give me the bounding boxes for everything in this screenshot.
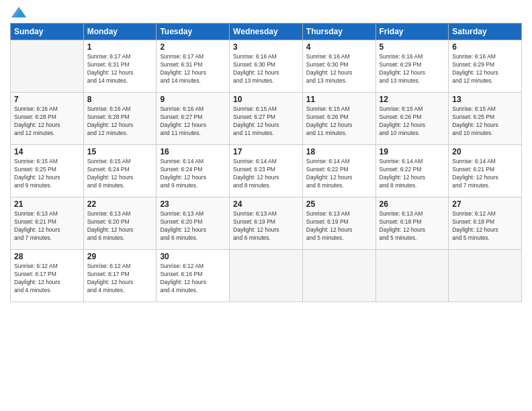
day-number: 8 <box>87 95 153 104</box>
col-tuesday: Tuesday <box>157 24 230 40</box>
calendar-cell: 21Sunrise: 6:13 AMSunset: 6:21 PMDayligh… <box>11 197 84 250</box>
col-sunday: Sunday <box>11 24 84 40</box>
logo-icon <box>11 7 26 17</box>
day-number: 5 <box>380 42 445 52</box>
calendar-cell: 9Sunrise: 6:16 AMSunset: 6:27 PMDaylight… <box>157 93 230 145</box>
calendar-cell: 15Sunrise: 6:15 AMSunset: 6:24 PMDayligh… <box>83 145 157 197</box>
day-info: Sunrise: 6:15 AMSunset: 6:24 PMDaylight:… <box>87 158 153 190</box>
calendar-cell: 19Sunrise: 6:14 AMSunset: 6:22 PMDayligh… <box>375 145 449 197</box>
calendar-cell: 18Sunrise: 6:14 AMSunset: 6:22 PMDayligh… <box>302 145 375 197</box>
calendar-cell: 30Sunrise: 6:12 AMSunset: 6:16 PMDayligh… <box>157 250 230 302</box>
day-number: 2 <box>160 42 226 52</box>
calendar-cell: 11Sunrise: 6:15 AMSunset: 6:26 PMDayligh… <box>302 93 375 145</box>
day-number: 7 <box>14 95 80 104</box>
calendar-table: Sunday Monday Tuesday Wednesday Thursday… <box>10 23 522 302</box>
day-number: 17 <box>233 147 299 156</box>
calendar-cell: 14Sunrise: 6:15 AMSunset: 6:25 PMDayligh… <box>11 145 84 197</box>
day-info: Sunrise: 6:17 AMSunset: 6:31 PMDaylight:… <box>87 53 153 85</box>
calendar-cell <box>302 250 375 302</box>
calendar-cell: 16Sunrise: 6:14 AMSunset: 6:24 PMDayligh… <box>157 145 230 197</box>
day-info: Sunrise: 6:14 AMSunset: 6:22 PMDaylight:… <box>306 158 372 190</box>
calendar-cell <box>230 250 303 302</box>
calendar-cell: 5Sunrise: 6:16 AMSunset: 6:29 PMDaylight… <box>375 40 449 93</box>
day-number: 1 <box>87 42 153 52</box>
day-number: 13 <box>452 95 518 104</box>
day-number: 4 <box>306 42 372 52</box>
calendar-cell <box>11 40 84 93</box>
day-info: Sunrise: 6:15 AMSunset: 6:26 PMDaylight:… <box>380 105 445 138</box>
day-number: 12 <box>380 95 445 104</box>
week-row-4: 21Sunrise: 6:13 AMSunset: 6:21 PMDayligh… <box>11 197 522 250</box>
day-number: 22 <box>87 199 153 209</box>
day-info: Sunrise: 6:16 AMSunset: 6:28 PMDaylight:… <box>87 105 153 138</box>
day-info: Sunrise: 6:15 AMSunset: 6:25 PMDaylight:… <box>14 158 80 190</box>
day-info: Sunrise: 6:14 AMSunset: 6:23 PMDaylight:… <box>233 158 299 190</box>
day-info: Sunrise: 6:16 AMSunset: 6:29 PMDaylight:… <box>380 53 445 85</box>
calendar-cell: 20Sunrise: 6:14 AMSunset: 6:21 PMDayligh… <box>449 145 522 197</box>
day-number: 28 <box>14 252 80 261</box>
header-row: Sunday Monday Tuesday Wednesday Thursday… <box>11 24 522 40</box>
day-info: Sunrise: 6:16 AMSunset: 6:27 PMDaylight:… <box>160 105 226 138</box>
day-info: Sunrise: 6:16 AMSunset: 6:30 PMDaylight:… <box>306 53 372 85</box>
day-number: 14 <box>14 147 80 156</box>
week-row-1: 1Sunrise: 6:17 AMSunset: 6:31 PMDaylight… <box>11 40 522 93</box>
calendar-cell: 12Sunrise: 6:15 AMSunset: 6:26 PMDayligh… <box>375 93 449 145</box>
calendar-cell: 2Sunrise: 6:17 AMSunset: 6:31 PMDaylight… <box>157 40 230 93</box>
day-info: Sunrise: 6:12 AMSunset: 6:17 PMDaylight:… <box>87 263 153 295</box>
day-number: 23 <box>160 199 226 209</box>
day-info: Sunrise: 6:13 AMSunset: 6:21 PMDaylight:… <box>14 210 80 242</box>
calendar-cell <box>375 250 449 302</box>
day-info: Sunrise: 6:16 AMSunset: 6:30 PMDaylight:… <box>233 53 299 85</box>
day-number: 3 <box>233 42 299 52</box>
day-number: 9 <box>160 95 226 104</box>
col-saturday: Saturday <box>449 24 522 40</box>
day-info: Sunrise: 6:12 AMSunset: 6:18 PMDaylight:… <box>452 210 518 242</box>
calendar-cell: 13Sunrise: 6:15 AMSunset: 6:25 PMDayligh… <box>449 93 522 145</box>
header <box>10 7 522 17</box>
day-number: 24 <box>233 199 299 209</box>
day-info: Sunrise: 6:13 AMSunset: 6:18 PMDaylight:… <box>380 210 445 242</box>
calendar-cell: 28Sunrise: 6:12 AMSunset: 6:17 PMDayligh… <box>11 250 84 302</box>
calendar-cell: 24Sunrise: 6:13 AMSunset: 6:19 PMDayligh… <box>230 197 303 250</box>
day-number: 16 <box>160 147 226 156</box>
day-number: 15 <box>87 147 153 156</box>
day-number: 18 <box>306 147 372 156</box>
day-info: Sunrise: 6:15 AMSunset: 6:26 PMDaylight:… <box>306 105 372 138</box>
calendar-cell: 3Sunrise: 6:16 AMSunset: 6:30 PMDaylight… <box>230 40 303 93</box>
day-info: Sunrise: 6:14 AMSunset: 6:24 PMDaylight:… <box>160 158 226 190</box>
col-friday: Friday <box>375 24 449 40</box>
day-number: 29 <box>87 252 153 261</box>
day-info: Sunrise: 6:16 AMSunset: 6:28 PMDaylight:… <box>14 105 80 138</box>
day-number: 25 <box>306 199 372 209</box>
calendar-cell: 25Sunrise: 6:13 AMSunset: 6:19 PMDayligh… <box>302 197 375 250</box>
day-number: 30 <box>160 252 226 261</box>
logo <box>10 7 26 17</box>
day-number: 27 <box>452 199 518 209</box>
calendar-cell: 8Sunrise: 6:16 AMSunset: 6:28 PMDaylight… <box>83 93 157 145</box>
day-number: 26 <box>380 199 445 209</box>
calendar-cell: 6Sunrise: 6:16 AMSunset: 6:29 PMDaylight… <box>449 40 522 93</box>
calendar-cell: 7Sunrise: 6:16 AMSunset: 6:28 PMDaylight… <box>11 93 84 145</box>
calendar-cell: 10Sunrise: 6:15 AMSunset: 6:27 PMDayligh… <box>230 93 303 145</box>
day-info: Sunrise: 6:16 AMSunset: 6:29 PMDaylight:… <box>452 53 518 85</box>
day-number: 19 <box>380 147 445 156</box>
calendar-cell: 22Sunrise: 6:13 AMSunset: 6:20 PMDayligh… <box>83 197 157 250</box>
day-info: Sunrise: 6:13 AMSunset: 6:20 PMDaylight:… <box>160 210 226 242</box>
col-wednesday: Wednesday <box>230 24 303 40</box>
day-number: 11 <box>306 95 372 104</box>
calendar-cell <box>449 250 522 302</box>
day-info: Sunrise: 6:12 AMSunset: 6:17 PMDaylight:… <box>14 263 80 295</box>
calendar-cell: 27Sunrise: 6:12 AMSunset: 6:18 PMDayligh… <box>449 197 522 250</box>
week-row-5: 28Sunrise: 6:12 AMSunset: 6:17 PMDayligh… <box>11 250 522 302</box>
day-info: Sunrise: 6:15 AMSunset: 6:27 PMDaylight:… <box>233 105 299 138</box>
day-info: Sunrise: 6:14 AMSunset: 6:21 PMDaylight:… <box>452 158 518 190</box>
calendar-cell: 17Sunrise: 6:14 AMSunset: 6:23 PMDayligh… <box>230 145 303 197</box>
day-info: Sunrise: 6:13 AMSunset: 6:20 PMDaylight:… <box>87 210 153 242</box>
day-info: Sunrise: 6:13 AMSunset: 6:19 PMDaylight:… <box>233 210 299 242</box>
day-info: Sunrise: 6:14 AMSunset: 6:22 PMDaylight:… <box>380 158 445 190</box>
page: Sunday Monday Tuesday Wednesday Thursday… <box>0 0 532 411</box>
calendar-cell: 1Sunrise: 6:17 AMSunset: 6:31 PMDaylight… <box>83 40 157 93</box>
day-info: Sunrise: 6:17 AMSunset: 6:31 PMDaylight:… <box>160 53 226 85</box>
calendar-cell: 4Sunrise: 6:16 AMSunset: 6:30 PMDaylight… <box>302 40 375 93</box>
calendar-cell: 26Sunrise: 6:13 AMSunset: 6:18 PMDayligh… <box>375 197 449 250</box>
